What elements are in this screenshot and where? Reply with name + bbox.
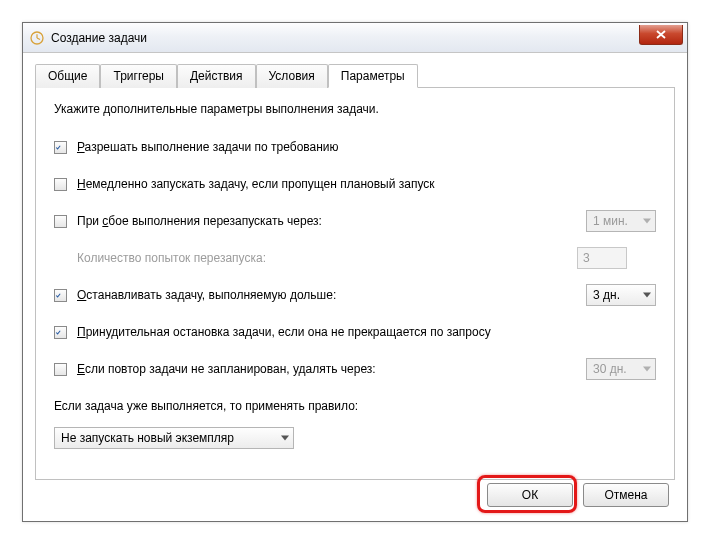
tab-strip: Общие Триггеры Действия Условия Параметр… bbox=[35, 63, 675, 88]
select-already-running-rule[interactable]: Не запускать новый экземпляр bbox=[54, 427, 294, 449]
ok-button[interactable]: ОК bbox=[487, 483, 573, 507]
row-restart-on-fail: При сбое выполнения перезапускать через:… bbox=[54, 210, 656, 232]
tab-general[interactable]: Общие bbox=[35, 64, 100, 88]
clock-icon bbox=[29, 30, 45, 46]
stop-duration-value: 3 дн. bbox=[593, 288, 620, 302]
settings-panel: Укажите дополнительные параметры выполне… bbox=[35, 88, 675, 480]
checkbox-force-stop[interactable] bbox=[54, 326, 67, 339]
label-run-if-missed: Немедленно запускать задачу, если пропущ… bbox=[77, 177, 435, 191]
window-title: Создание задачи bbox=[51, 31, 147, 45]
label-delete-if-not-scheduled: Если повтор задачи не запланирован, удал… bbox=[77, 362, 376, 376]
chevron-down-icon bbox=[643, 219, 651, 224]
label-stop-if-longer: Останавливать задачу, выполняемую дольше… bbox=[77, 288, 336, 302]
label-retry-count: Количество попыток перезапуска: bbox=[77, 251, 266, 265]
row-stop-if-longer: Останавливать задачу, выполняемую дольше… bbox=[54, 284, 656, 306]
select-delete-after: 30 дн. bbox=[586, 358, 656, 380]
checkbox-run-if-missed[interactable] bbox=[54, 178, 67, 191]
close-button[interactable] bbox=[639, 25, 683, 45]
chevron-down-icon bbox=[643, 293, 651, 298]
row-already-running-label: Если задача уже выполняется, то применят… bbox=[54, 395, 656, 417]
tab-conditions[interactable]: Условия bbox=[256, 64, 328, 88]
dialog-buttons: ОК Отмена bbox=[487, 483, 669, 507]
label-restart-on-fail: При сбое выполнения перезапускать через: bbox=[77, 214, 322, 228]
row-delete-if-not-scheduled: Если повтор задачи не запланирован, удал… bbox=[54, 358, 656, 380]
select-restart-interval: 1 мин. bbox=[586, 210, 656, 232]
restart-interval-value: 1 мин. bbox=[593, 214, 628, 228]
select-stop-duration[interactable]: 3 дн. bbox=[586, 284, 656, 306]
already-running-value: Не запускать новый экземпляр bbox=[61, 431, 234, 445]
tab-actions[interactable]: Действия bbox=[177, 64, 256, 88]
row-allow-demand: Разрешать выполнение задачи по требовани… bbox=[54, 136, 656, 158]
checkbox-allow-demand[interactable] bbox=[54, 141, 67, 154]
chevron-down-icon bbox=[643, 367, 651, 372]
label-already-running: Если задача уже выполняется, то применят… bbox=[54, 399, 358, 413]
checkbox-stop-if-longer[interactable] bbox=[54, 289, 67, 302]
tab-settings[interactable]: Параметры bbox=[328, 64, 418, 88]
chevron-down-icon bbox=[281, 436, 289, 441]
content-area: Общие Триггеры Действия Условия Параметр… bbox=[23, 53, 687, 492]
titlebar: Создание задачи bbox=[23, 23, 687, 53]
row-retry-count: Количество попыток перезапуска: 3 bbox=[54, 247, 656, 269]
label-force-stop: Принудительная остановка задачи, если он… bbox=[77, 325, 491, 339]
row-run-if-missed: Немедленно запускать задачу, если пропущ… bbox=[54, 173, 656, 195]
panel-description: Укажите дополнительные параметры выполне… bbox=[54, 102, 656, 116]
delete-after-value: 30 дн. bbox=[593, 362, 627, 376]
row-already-running-select: Не запускать новый экземпляр bbox=[54, 427, 656, 449]
close-icon bbox=[656, 30, 666, 39]
label-allow-demand: Разрешать выполнение задачи по требовани… bbox=[77, 140, 339, 154]
checkbox-delete-if-not-scheduled[interactable] bbox=[54, 363, 67, 376]
input-retry-count: 3 bbox=[577, 247, 627, 269]
tab-triggers[interactable]: Триггеры bbox=[100, 64, 177, 88]
row-force-stop: Принудительная остановка задачи, если он… bbox=[54, 321, 656, 343]
retry-count-value: 3 bbox=[583, 251, 590, 265]
svg-line-2 bbox=[37, 38, 40, 40]
checkbox-restart-on-fail[interactable] bbox=[54, 215, 67, 228]
cancel-button[interactable]: Отмена bbox=[583, 483, 669, 507]
dialog-window: Создание задачи Общие Триггеры Действия … bbox=[22, 22, 688, 522]
